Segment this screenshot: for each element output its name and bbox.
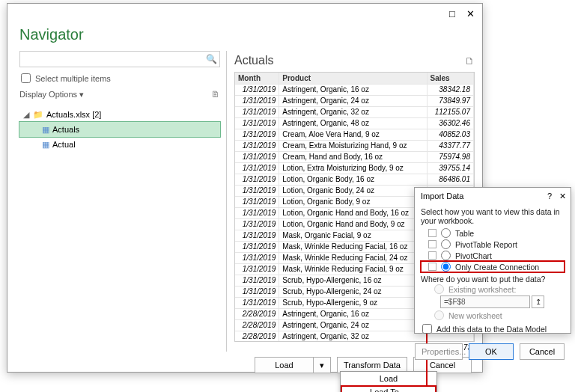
cell-month: 1/31/2019 (235, 185, 279, 196)
tree-item-actual[interactable]: ▦ Actual (19, 137, 220, 152)
radio-table[interactable] (441, 228, 451, 238)
load-button[interactable]: Load (255, 357, 313, 373)
maximize-icon[interactable]: □ (443, 4, 461, 22)
navigator-titlebar: □ ✕ (7, 4, 482, 23)
option-pivottable-report[interactable]: PivotTable Report (421, 239, 565, 250)
table-row[interactable]: 1/31/2019Lotion, Extra Moisturizing Body… (235, 162, 474, 174)
cell-product: Astringent, Organic, 16 oz (279, 84, 427, 95)
cell-product: Astringent, Organic, 24 oz (279, 95, 427, 106)
cell-product: Lotion, Organic Body, 24 oz (279, 185, 427, 196)
table-row[interactable]: 1/31/2019Astringent, Organic, 48 oz36302… (235, 117, 474, 129)
cell-product: Scrub, Hypo-Allergenic, 9 oz (279, 297, 427, 308)
col-month[interactable]: Month (235, 73, 279, 84)
cancel-button[interactable]: Cancel (520, 343, 565, 360)
close-icon[interactable]: ✕ (461, 4, 479, 22)
cell-month: 1/31/2019 (235, 275, 279, 286)
search-icon[interactable]: 🔍 (203, 52, 219, 67)
ok-button[interactable]: OK (469, 343, 514, 360)
load-dropdown-menu: Load Load To… (340, 371, 437, 392)
col-product[interactable]: Product (279, 73, 427, 84)
tree-item-label: Actual (52, 140, 76, 149)
select-multiple-checkbox[interactable] (21, 73, 31, 83)
cell-sales: 112155.07 (427, 106, 473, 117)
add-to-data-model-label: Add this data to the Data Model (436, 325, 547, 334)
cell-month: 1/31/2019 (235, 151, 279, 162)
caret-down-icon: ◢ (22, 110, 30, 120)
cell-month: 1/31/2019 (235, 263, 279, 275)
cell-product: Astringent, Organic, 24 oz (279, 319, 427, 331)
cell-product: Lotion, Organic Body, 9 oz (279, 196, 427, 207)
table-row[interactable]: 1/31/2019Cream, Hand and Body, 16 oz7597… (235, 151, 474, 162)
cell-product: Astringent, Organic, 32 oz (279, 106, 427, 117)
connection-icon (428, 263, 436, 271)
add-to-data-model-checkbox[interactable] (422, 324, 432, 334)
navigator-left-pane: 🔍 Select multiple items Display Options … (7, 51, 227, 352)
option-only-create-connection[interactable]: Only Create Connection (421, 261, 565, 272)
menu-item-load[interactable]: Load (341, 372, 436, 385)
cell-product: Astringent, Organic, 32 oz (279, 331, 427, 342)
cell-month: 1/31/2019 (235, 140, 279, 151)
cell-month: 1/31/2019 (235, 286, 279, 297)
table-icon: ▦ (42, 125, 49, 135)
radio-new-ws[interactable] (434, 310, 444, 320)
option-new-worksheet[interactable]: New worksheet (421, 310, 565, 321)
option-table[interactable]: Table (421, 227, 565, 239)
radio-pivot-report[interactable] (441, 239, 451, 249)
col-sales[interactable]: Sales (427, 73, 473, 84)
cell-month: 1/31/2019 (235, 196, 279, 207)
tree-item-label: Actuals (52, 125, 79, 134)
cell-product: Cream, Hand and Body, 16 oz (279, 151, 427, 162)
cell-month: 1/31/2019 (235, 218, 279, 230)
cell-month: 1/31/2019 (235, 95, 279, 106)
cell-month: 1/31/2019 (235, 230, 279, 241)
table-row[interactable]: 1/31/2019Cream, Aloe Vera Hand, 9 oz4085… (235, 129, 474, 140)
cell-product: Lotion, Organic Hand and Body, 16 oz (279, 207, 427, 218)
cell-month: 1/31/2019 (235, 174, 279, 185)
cell-product: Lotion, Organic Body, 16 oz (279, 174, 427, 185)
tree-item-actuals[interactable]: ▦ Actuals (19, 122, 220, 137)
cell-month: 1/31/2019 (235, 84, 279, 95)
search-box[interactable]: 🔍 (19, 51, 220, 67)
import-title: Import Data (421, 192, 463, 200)
menu-item-load-to[interactable]: Load To… (341, 385, 436, 392)
sheet-icon[interactable]: 🗎 (211, 89, 220, 99)
cell-month: 2/28/2019 (235, 319, 279, 331)
cell-product: Mask, Wrinkle Reducing Facial, 9 oz (279, 263, 427, 275)
tree-file-node[interactable]: ◢ 📁 Actuals.xlsx [2] (19, 107, 220, 122)
option-pivotchart[interactable]: PivotChart (421, 250, 565, 261)
table-row[interactable]: 1/31/2019Astringent, Organic, 16 oz38342… (235, 84, 474, 95)
tree-file-label: Actuals.xlsx [2] (46, 110, 101, 119)
table-row[interactable]: 1/31/2019Cream, Extra Moisturizing Hand,… (235, 140, 474, 151)
cell-product: Lotion, Organic Hand and Body, 9 oz (279, 218, 427, 230)
cell-sales: 38342.18 (427, 84, 473, 95)
cell-product: Mask, Wrinkle Reducing Facial, 16 oz (279, 241, 427, 252)
cell-month: 1/31/2019 (235, 252, 279, 263)
cell-product: Cream, Aloe Vera Hand, 9 oz (279, 129, 427, 140)
cell-product: Astringent, Organic, 48 oz (279, 117, 427, 129)
option-existing-worksheet[interactable]: Existing worksheet: (421, 284, 565, 295)
cell-month: 1/31/2019 (235, 106, 279, 117)
radio-only-connection[interactable] (441, 262, 451, 272)
close-icon[interactable]: ✕ (559, 192, 566, 201)
table-row[interactable]: 1/31/2019Lotion, Organic Body, 16 oz8648… (235, 174, 474, 185)
table-row[interactable]: 1/31/2019Astringent, Organic, 24 oz73849… (235, 95, 474, 106)
preview-title: Actuals (234, 54, 273, 67)
cell-sales: 43377.77 (427, 140, 473, 151)
help-icon[interactable]: ? (547, 192, 552, 200)
navigator-title: Navigator (7, 23, 482, 51)
import-data-dialog: Import Data ? ✕ Select how you want to v… (414, 187, 571, 334)
refresh-icon[interactable]: 🗋 (465, 55, 475, 67)
cell-month: 1/31/2019 (235, 297, 279, 308)
range-picker-icon[interactable]: ↥ (532, 295, 544, 308)
cell-sales: 75974.98 (427, 151, 473, 162)
radio-pivot-chart[interactable] (441, 251, 451, 260)
cell-product: Astringent, Organic, 16 oz (279, 308, 427, 319)
display-options-dropdown[interactable]: Display Options ▾ (19, 90, 84, 99)
cell-ref-input[interactable] (440, 295, 530, 308)
cell-product: Scrub, Hypo-Allergenic, 16 oz (279, 275, 427, 286)
table-row[interactable]: 1/31/2019Astringent, Organic, 32 oz11215… (235, 106, 474, 117)
radio-existing-ws[interactable] (434, 284, 444, 294)
search-input[interactable] (20, 52, 203, 67)
table-icon: ▦ (42, 140, 49, 150)
load-dropdown-button[interactable]: ▾ (313, 357, 331, 373)
